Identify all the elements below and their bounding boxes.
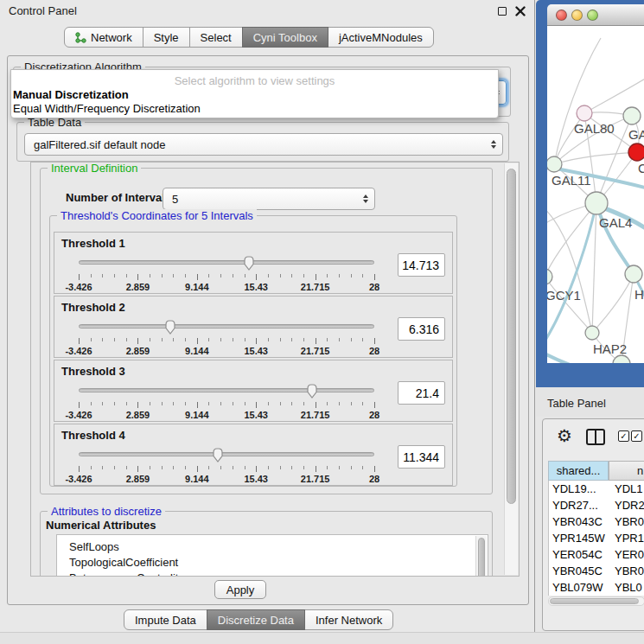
float-window-icon[interactable] xyxy=(498,7,507,16)
column-header-shared-name[interactable]: shared... xyxy=(548,461,609,481)
tick-label: 28 xyxy=(369,474,379,484)
table-row[interactable]: YBR045CYBR0 xyxy=(549,563,644,579)
minor-tick xyxy=(233,274,233,277)
minimize-traffic-light-icon[interactable] xyxy=(571,10,583,21)
group-title-interval-definition: Interval Definition xyxy=(48,162,141,175)
network-node[interactable] xyxy=(547,269,552,284)
slider-thumb[interactable] xyxy=(211,447,225,463)
algorithm-option[interactable]: Manual Discretization xyxy=(13,88,490,101)
minor-tick xyxy=(114,466,115,469)
number-of-intervals-label: Number of Intervals xyxy=(66,191,171,204)
minor-tick xyxy=(126,402,127,405)
number-of-intervals-combobox[interactable]: 5 xyxy=(163,188,375,210)
algorithm-option[interactable]: Equal Width/Frequency Discretization xyxy=(13,102,490,115)
network-node[interactable] xyxy=(623,107,641,124)
screenshot-stage: Control Panel NetworkStyleSelectCyni Too… xyxy=(0,0,644,644)
tab-network[interactable]: Network xyxy=(64,27,143,48)
minor-tick xyxy=(303,338,304,341)
network-node[interactable] xyxy=(585,326,599,340)
column-header-name[interactable]: n xyxy=(609,461,644,481)
numerical-attributes-list[interactable]: SelfLoopsTopologicalCoefficientBetweenne… xyxy=(56,534,488,577)
zoom-traffic-light-icon[interactable] xyxy=(587,10,598,21)
network-node[interactable] xyxy=(585,192,608,214)
table-row[interactable]: YBL079WYBL0 xyxy=(549,579,644,596)
table-row[interactable]: YER054CYER0 xyxy=(549,546,644,563)
checkbox-icon[interactable]: ✓ xyxy=(618,430,629,442)
tab-jactivemnodules[interactable]: jActiveMNodules xyxy=(328,27,434,48)
network-node[interactable] xyxy=(547,156,562,172)
attributes-list-scrollbar[interactable] xyxy=(475,536,487,577)
bottom-tab-bar: Impute DataDiscretize DataInfer Network xyxy=(124,609,393,630)
attribute-list-item[interactable]: TopologicalCoefficient xyxy=(69,556,178,569)
threshold-value-field[interactable] xyxy=(398,253,445,277)
checkbox-icon[interactable]: ✓ xyxy=(631,430,642,442)
settings-scrollbar[interactable] xyxy=(504,163,518,575)
slider-track[interactable] xyxy=(79,452,374,456)
slider-track[interactable] xyxy=(79,260,374,265)
cell-shared-name: YDR27... xyxy=(552,499,598,512)
minor-tick xyxy=(220,466,221,469)
number-of-intervals-value: 5 xyxy=(172,193,178,206)
threshold-value-field[interactable] xyxy=(398,381,445,405)
minor-tick xyxy=(102,466,103,469)
table-row[interactable]: YDR27...YDR2 xyxy=(549,497,644,513)
minor-tick xyxy=(268,338,269,341)
tab-select[interactable]: Select xyxy=(189,27,243,48)
major-tick xyxy=(256,274,257,280)
network-edge-thick[interactable] xyxy=(547,203,596,344)
table-data-combobox[interactable]: galFiltered.sif default node xyxy=(24,133,503,156)
threshold-slider: -3.4262.8599.14415.4321.71528 xyxy=(79,319,374,354)
minor-tick xyxy=(220,274,221,277)
network-edge[interactable] xyxy=(547,203,596,277)
bottom-tab-infer-network[interactable]: Infer Network xyxy=(304,609,393,630)
close-icon[interactable] xyxy=(515,6,526,16)
major-tick xyxy=(197,402,198,408)
major-tick xyxy=(137,466,138,472)
slider-thumb[interactable] xyxy=(242,255,256,271)
attributes-group: Attributes to discretize Numerical Attri… xyxy=(40,511,493,577)
table-row[interactable]: YDL19...YDL1 xyxy=(549,481,644,497)
table-row[interactable]: YBR043CYBR0 xyxy=(549,513,644,530)
cyni-toolbox-panel: Discretization Algorithm Table Data galF… xyxy=(7,55,529,605)
gear-icon[interactable]: ⚙ xyxy=(557,426,572,445)
threshold-panel: Threshold 3-3.4262.8599.14415.4321.71528 xyxy=(54,360,453,422)
tab-cyni-toolbox[interactable]: Cyni Toolbox xyxy=(242,27,328,48)
slider-thumb[interactable] xyxy=(163,319,177,335)
cell-shared-name: YER054C xyxy=(552,548,603,561)
close-traffic-light-icon[interactable] xyxy=(556,10,567,21)
network-canvas[interactable]: GAL80GACGAL11GAL4GCY1HHAP2 xyxy=(547,26,644,363)
tab-style[interactable]: Style xyxy=(143,27,190,48)
network-edge[interactable] xyxy=(592,274,634,333)
threshold-value-field[interactable] xyxy=(398,445,445,469)
table-panel-title: Table Panel xyxy=(547,397,606,410)
slider-thumb[interactable] xyxy=(305,383,319,399)
minor-tick xyxy=(114,402,115,405)
network-node[interactable] xyxy=(625,265,642,283)
bottom-tab-impute-data[interactable]: Impute Data xyxy=(124,609,207,630)
minor-tick xyxy=(208,466,209,469)
table-row[interactable]: YPR145WYPR1 xyxy=(549,530,644,546)
attribute-list-item[interactable]: SelfLoops xyxy=(69,540,119,553)
columns-icon[interactable] xyxy=(586,429,605,445)
threshold-value-field[interactable] xyxy=(398,317,445,341)
tab-label: Cyni Toolbox xyxy=(253,31,317,44)
apply-button[interactable]: Apply xyxy=(214,580,266,599)
minor-tick xyxy=(303,466,304,469)
attribute-list-item[interactable]: BetweennessCentrality xyxy=(69,571,184,577)
table-horizontal-scrollbar[interactable] xyxy=(548,596,644,606)
bottom-tab-discretize-data[interactable]: Discretize Data xyxy=(207,609,305,630)
cell-shared-name: YDL19... xyxy=(552,482,596,495)
network-edge-thick[interactable] xyxy=(547,353,575,363)
network-node[interactable] xyxy=(577,105,592,121)
top-tab-bar: NetworkStyleSelectCyni ToolboxjActiveMNo… xyxy=(64,27,434,48)
minor-tick xyxy=(291,466,292,469)
network-edge[interactable] xyxy=(547,207,592,333)
network-window-titlebar[interactable] xyxy=(547,4,644,26)
network-tree-icon xyxy=(75,32,86,43)
network-node[interactable] xyxy=(628,143,644,161)
slider-track[interactable] xyxy=(79,388,374,392)
slider-track[interactable] xyxy=(79,324,374,328)
network-node[interactable] xyxy=(613,355,630,363)
minor-tick xyxy=(173,338,174,341)
minor-tick xyxy=(102,338,103,341)
